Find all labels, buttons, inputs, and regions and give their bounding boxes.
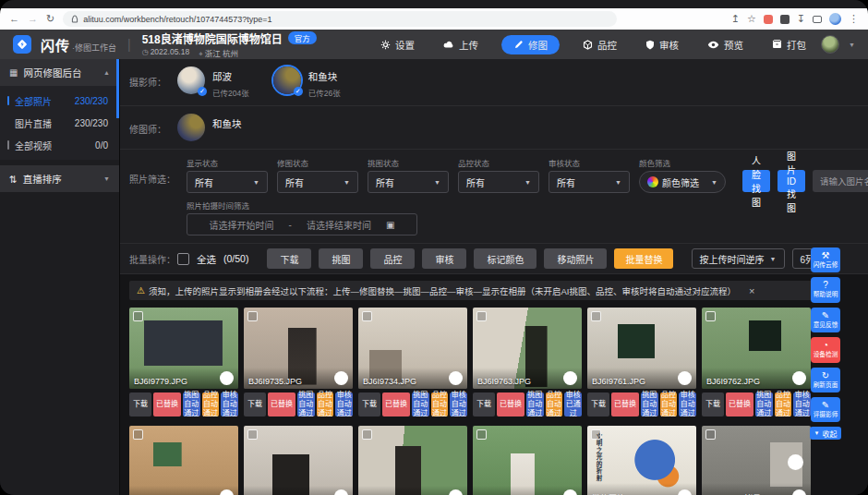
sidebar-toggle-icon[interactable] xyxy=(813,16,822,23)
photographer-card[interactable]: ✓ 和鱼块 已传26张 xyxy=(273,66,341,98)
extension-icon[interactable] xyxy=(764,15,773,24)
photo-action-button[interactable]: 挑图自动通过 xyxy=(183,392,200,417)
photo-action-button[interactable]: 已替换 xyxy=(497,392,524,417)
batch-replace-button[interactable]: 批量替换 xyxy=(614,248,673,269)
floating-tool-button[interactable]: ◔设备检测 xyxy=(811,337,840,362)
retoucher-card[interactable]: 和鱼块 xyxy=(177,114,242,141)
photo-action-button[interactable]: 品控自动通过 xyxy=(317,392,334,417)
address-bar[interactable]: alituu.com/workbench/retouch/1074744573?… xyxy=(63,11,617,27)
photo-status-circle[interactable] xyxy=(563,371,577,385)
photo-select-checkbox[interactable] xyxy=(476,311,487,321)
photo-thumbnail[interactable]: BJ6I9758.JPG xyxy=(129,426,238,495)
photo-select-checkbox[interactable] xyxy=(476,429,487,440)
pick-status-select[interactable]: 所有▼ xyxy=(368,171,449,193)
batch-pick-button[interactable]: 挑图 xyxy=(319,248,363,269)
floating-tool-button[interactable]: ✎评摄影师 xyxy=(811,397,840,422)
photo-select-checkbox[interactable] xyxy=(591,429,601,440)
photo-action-button[interactable]: 已替换 xyxy=(611,392,639,417)
batch-download-button[interactable]: 下载 xyxy=(267,248,311,269)
notice-close-icon[interactable]: × xyxy=(749,285,754,296)
nav-upload[interactable]: 上传 xyxy=(438,35,484,54)
photo-thumbnail[interactable]: BJ6I9779.JPG xyxy=(129,308,238,389)
photo-action-button[interactable]: 挑图自动通过 xyxy=(755,392,773,417)
photo-status-circle[interactable] xyxy=(334,371,348,385)
floating-tool-button[interactable]: ?帮助说明 xyxy=(811,277,840,302)
photo-action-button[interactable]: 审核自动通过 xyxy=(221,392,238,417)
photo-action-button[interactable]: 品控自动通过 xyxy=(431,392,449,417)
photo-thumbnail[interactable]: BJ6I9735.JPG xyxy=(244,308,353,389)
floating-tool-button[interactable]: ⚒闪传云修 xyxy=(811,248,840,272)
photo-action-button[interactable]: 品控自动通过 xyxy=(202,392,220,417)
extensions-puzzle-icon[interactable] xyxy=(780,15,790,24)
photo-action-button[interactable]: 下载 xyxy=(702,392,724,417)
floating-tool-button[interactable]: ↻刷新页面 xyxy=(811,368,840,392)
collapse-caret-icon[interactable]: ▲ xyxy=(103,69,110,76)
browser-menu-icon[interactable]: ⋮ xyxy=(849,14,859,24)
photo-select-checkbox[interactable] xyxy=(247,311,258,321)
batch-review-button[interactable]: 审核 xyxy=(422,248,466,269)
capture-time-range-picker[interactable]: 请选择开始时间 - 请选择结束时间 ▣ xyxy=(187,213,417,235)
photo-name-search-input[interactable] xyxy=(813,170,868,192)
sidebar-item-all-photos[interactable]: 全部照片 230/230 xyxy=(0,90,119,112)
photo-select-checkbox[interactable] xyxy=(362,429,372,440)
photo-action-button[interactable]: 品控自动通过 xyxy=(546,392,563,417)
image-id-search-button[interactable]: 图片ID找图 xyxy=(778,170,805,192)
sidebar-item-photo-live[interactable]: 图片直播 230/230 xyxy=(0,112,119,134)
reload-icon[interactable]: ↻ xyxy=(46,14,54,24)
expand-caret-icon[interactable]: ▼ xyxy=(103,175,110,182)
nav-package[interactable]: 打包 xyxy=(766,35,812,54)
photo-thumbnail[interactable]: 文明之光的折射 微信图片_202205… xyxy=(587,426,696,495)
photo-thumbnail[interactable]: BJ6I9763.JPG xyxy=(473,308,582,389)
batch-quality-button[interactable]: 品控 xyxy=(370,248,415,269)
photo-select-checkbox[interactable] xyxy=(705,311,716,321)
chat-bubble-button[interactable] xyxy=(788,454,803,470)
photo-action-button[interactable]: 审核自动通过 xyxy=(793,392,811,417)
photo-action-button[interactable]: 品控自动通过 xyxy=(775,392,792,417)
face-search-button[interactable]: 人脸找图 xyxy=(742,170,770,192)
photo-action-button[interactable]: 品控自动通过 xyxy=(660,392,678,417)
display-status-select[interactable]: 所有▼ xyxy=(187,171,268,193)
photo-action-button[interactable]: 已替换 xyxy=(382,392,410,417)
sort-order-dropdown[interactable]: 按上传时间逆序▼ xyxy=(692,248,785,269)
collapse-tools-button[interactable]: ▼ 收起 xyxy=(810,427,841,440)
forward-icon[interactable]: → xyxy=(28,14,38,24)
sidebar-group-retouch-backend[interactable]: ▦ 网页修图后台 ▲ xyxy=(0,59,119,86)
color-filter-select[interactable]: 颜色筛选 ▼ xyxy=(639,171,726,193)
batch-mark-color-button[interactable]: 标记颜色 xyxy=(474,248,536,269)
photo-select-checkbox[interactable] xyxy=(591,311,601,321)
photo-action-button[interactable]: 下载 xyxy=(129,392,151,417)
review-status-select[interactable]: 所有▼ xyxy=(549,171,630,193)
photo-select-checkbox[interactable] xyxy=(133,311,143,321)
downloads-icon[interactable]: ↧ xyxy=(797,14,805,24)
photo-thumbnail[interactable]: BJ6I9755.JPG xyxy=(358,426,467,495)
app-logo[interactable] xyxy=(13,35,31,54)
photo-action-button[interactable]: 审核已通过 xyxy=(564,392,582,417)
bookmark-star-icon[interactable]: ☆ xyxy=(747,14,756,24)
retouch-status-select[interactable]: 所有▼ xyxy=(277,171,358,193)
photo-select-checkbox[interactable] xyxy=(705,429,716,440)
photo-action-button[interactable]: 下载 xyxy=(473,392,495,417)
nav-retouch[interactable]: 修图 xyxy=(501,35,560,54)
photo-action-button[interactable]: 挑图自动通过 xyxy=(526,392,544,417)
photo-thumbnail[interactable]: BJ6I9734.JPG xyxy=(358,308,467,389)
photo-action-button[interactable]: 挑图自动通过 xyxy=(412,392,429,417)
photo-action-button[interactable]: 挑图自动通过 xyxy=(297,392,315,417)
photo-action-button[interactable]: 下载 xyxy=(244,392,266,417)
start-time-placeholder[interactable]: 请选择开始时间 xyxy=(210,218,274,232)
browser-profile-avatar[interactable] xyxy=(829,13,841,25)
user-menu-caret-icon[interactable]: ▼ xyxy=(849,42,855,48)
photo-action-button[interactable]: 审核自动通过 xyxy=(450,392,467,417)
end-time-placeholder[interactable]: 请选择结束时间 xyxy=(307,218,371,232)
quality-status-select[interactable]: 所有▼ xyxy=(458,171,539,193)
photo-select-checkbox[interactable] xyxy=(362,311,372,321)
photo-action-button[interactable]: 审核自动通过 xyxy=(335,392,353,417)
photographer-card[interactable]: ✓ 邱波 已传204张 xyxy=(177,66,249,98)
back-icon[interactable]: ← xyxy=(9,14,19,24)
photo-action-button[interactable]: 下载 xyxy=(587,392,609,417)
photo-thumbnail[interactable]: BJ6I9761.JPG xyxy=(587,308,696,389)
batch-move-button[interactable]: 移动照片 xyxy=(544,248,607,269)
share-icon[interactable]: ↥ xyxy=(731,14,740,24)
sidebar-item-all-videos[interactable]: 全部视频 0/0 xyxy=(0,134,119,156)
photo-thumbnail[interactable]: BJ6I9756.JPG xyxy=(473,426,582,495)
photo-action-button[interactable]: 已替换 xyxy=(726,392,753,417)
